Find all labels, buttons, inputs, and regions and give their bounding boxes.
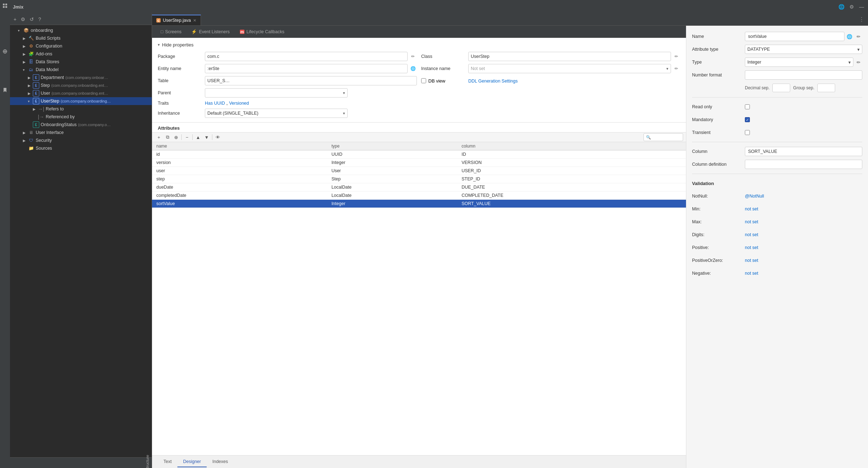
positive-value[interactable]: not set (745, 245, 758, 250)
table-row[interactable]: step Step STEP_ID (152, 175, 686, 183)
transient-checkbox[interactable] (745, 130, 750, 135)
instance-name-select[interactable]: Not set ▾ (468, 64, 671, 73)
edit-name-button[interactable]: ✏ (854, 33, 862, 40)
column-def-input[interactable] (745, 160, 862, 169)
package-field: ✏ (205, 52, 417, 61)
tab-screens[interactable]: □ Screens (156, 27, 186, 37)
package-icon: 📦 (23, 27, 29, 34)
column-def-row: Column definition (692, 159, 862, 169)
traits-label: Traits (158, 101, 201, 106)
edit-type-button[interactable]: ✏ (854, 58, 862, 66)
move-down-button[interactable]: ▼ (203, 133, 211, 141)
tab-close-button[interactable]: ✕ (193, 18, 196, 23)
minimize-icon[interactable]: — (858, 3, 865, 11)
max-value[interactable]: not set (745, 219, 758, 224)
number-format-input[interactable] (745, 70, 862, 80)
parent-select[interactable]: ▾ (205, 88, 348, 98)
hasuuid-link[interactable]: Has UUID (205, 101, 225, 106)
tree-item-referenced-by[interactable]: |→ Referenced by (10, 113, 152, 121)
enum-icon: E (33, 121, 39, 128)
tab-text[interactable]: Text (158, 457, 177, 467)
add-item-button[interactable]: + (12, 16, 18, 23)
attribute-search[interactable]: 🔍 (644, 133, 683, 141)
globe-icon[interactable]: 🌐 (837, 3, 846, 11)
tree-item-addons[interactable]: ▶ 🧩 Add-ons (10, 50, 152, 58)
tree-item-refers-to[interactable]: ▶ →| Refers to (10, 105, 152, 113)
digits-value[interactable]: not set (745, 232, 758, 237)
min-row: Min: not set (692, 204, 862, 214)
table-row[interactable]: completedDate LocalDate COMPLETED_DATE (152, 191, 686, 200)
inheritance-select[interactable]: Default (SINGLE_TABLE) ▾ (205, 109, 348, 118)
min-value[interactable]: not set (745, 206, 758, 211)
tree-item-data-model[interactable]: ▾ 🗂 Data Model (10, 66, 152, 74)
copy-attribute-button[interactable]: ⧉ (163, 133, 171, 141)
package-label: Package (158, 54, 201, 59)
move-up-button[interactable]: ▲ (194, 133, 202, 141)
tree-item-onboarding-status[interactable]: E OnboardingStatus (com.company.o… (10, 121, 152, 129)
settings-button[interactable]: ⚙ (19, 16, 27, 23)
refresh-button[interactable]: ↺ (28, 16, 35, 23)
tab-designer[interactable]: Designer (177, 457, 207, 467)
tree-item-configuration[interactable]: ▶ ⚙ Configuration (10, 42, 152, 50)
attribute-type-select[interactable]: DATATYPE ▾ (745, 45, 862, 54)
positiveorzero-value[interactable]: not set (745, 258, 758, 263)
file-tab-userstep[interactable]: c UserStep.java ✕ (152, 15, 201, 25)
ddl-settings-link[interactable]: DDL Generation Settings (468, 79, 518, 84)
tree-item-data-stores[interactable]: ▶ 🗄 Data Stores (10, 58, 152, 66)
sep-row: Decimal sep. Group sep. (692, 83, 862, 93)
edit-class-button[interactable]: ✏ (672, 53, 680, 60)
table-input[interactable] (205, 76, 417, 85)
entity-name-input[interactable] (205, 64, 408, 73)
tab-event-listeners[interactable]: ⚡ Event Listeners (187, 27, 234, 37)
package-input[interactable] (205, 52, 408, 61)
tree-item-onboarding[interactable]: ▾ 📦 onboarding (10, 26, 152, 34)
mandatory-checkbox[interactable]: ✓ (745, 117, 750, 122)
add-subtype-button[interactable]: ⊕ (172, 133, 180, 141)
name-input[interactable] (745, 32, 844, 41)
attribute-search-input[interactable] (652, 135, 681, 140)
help-button[interactable]: ? (37, 16, 42, 23)
edit-package-button[interactable]: ✏ (409, 53, 417, 60)
class-input[interactable] (468, 52, 671, 61)
tab-lifecycle-callbacks[interactable]: m Lifecycle Callbacks (236, 27, 289, 37)
tree-item-security[interactable]: ▶ 🛡 Security (10, 136, 152, 144)
entity-name-icon[interactable]: 🌐 (409, 65, 417, 73)
table-row[interactable]: user User USER_ID (152, 167, 686, 175)
sidebar-icon-bookmarks[interactable] (1, 86, 9, 94)
table-row[interactable]: id UUID ID (152, 150, 686, 159)
more-tabs-button[interactable]: ⋮ (855, 16, 868, 23)
read-only-checkbox[interactable] (745, 104, 750, 109)
tab-indexes[interactable]: Indexes (207, 457, 234, 467)
table-row-selected[interactable]: sortValue Integer SORT_VALUE (152, 200, 686, 208)
tree-item-sources[interactable]: 📁 Sources (10, 144, 152, 152)
column-input[interactable] (745, 147, 862, 156)
versioned-link[interactable]: Versioned (229, 101, 249, 106)
sidebar-icon-jmix[interactable] (1, 47, 9, 56)
add-attribute-button[interactable]: + (155, 133, 163, 141)
group-sep-label: Group sep. (793, 85, 814, 90)
hide-properties-header[interactable]: ▾ Hide properties (158, 42, 680, 48)
settings-icon[interactable]: ⚙ (848, 3, 855, 11)
group-sep-input[interactable] (817, 84, 835, 92)
negative-value[interactable]: not set (745, 271, 758, 276)
edit-instance-name-button[interactable]: ✏ (672, 65, 680, 73)
structure-label[interactable]: Structure (145, 455, 150, 468)
type-row: Type Integer ▾ ✏ (692, 57, 862, 67)
tree-item-step[interactable]: ▶ E Step (com.company.onboarding.ent… (10, 81, 152, 89)
sidebar-icon-project[interactable] (1, 1, 9, 10)
notnull-value[interactable]: @NotNull (745, 194, 764, 199)
type-select[interactable]: Integer ▾ (745, 58, 853, 67)
tree-item-user-interface[interactable]: ▶ 🖥 User Interface (10, 129, 152, 136)
view-button[interactable]: 👁 (214, 133, 222, 141)
decimal-sep-input[interactable] (772, 84, 790, 92)
tree-item-department[interactable]: ▶ E Department (com.company.onboar… (10, 74, 152, 81)
tree-item-build-scripts[interactable]: ▶ 🔨 Build Scripts (10, 34, 152, 42)
table-row[interactable]: dueDate LocalDate DUE_DATE (152, 183, 686, 191)
ui-icon: 🖥 (28, 129, 34, 136)
tree-item-userstep[interactable]: ▾ E UserStep (com.company.onboarding… (10, 97, 152, 105)
tree-item-user[interactable]: ▶ E User (com.company.onboarding.ent… (10, 89, 152, 97)
globe-name-button[interactable]: 🌐 (846, 33, 853, 40)
table-row[interactable]: version Integer VERSION (152, 159, 686, 167)
db-view-checkbox[interactable] (421, 78, 426, 83)
remove-attribute-button[interactable]: − (183, 133, 191, 141)
